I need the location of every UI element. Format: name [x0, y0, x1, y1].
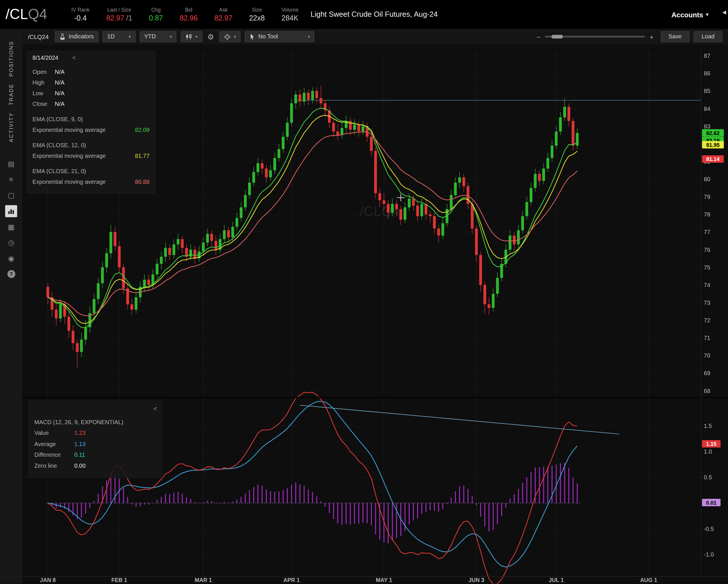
chevron-down-icon: ▾ — [196, 34, 198, 39]
macd-row: Value1.23 — [34, 428, 156, 439]
svg-text:MAY 1: MAY 1 — [376, 577, 392, 583]
indicators-button[interactable]: Indicators — [55, 31, 99, 43]
svg-text:71: 71 — [704, 335, 710, 341]
candle — [135, 297, 138, 310]
candle — [76, 343, 79, 352]
candle — [298, 95, 301, 101]
candle — [404, 208, 407, 220]
save-button[interactable]: Save — [661, 31, 690, 43]
crosshair-dropdown[interactable]: ▾ — [219, 31, 241, 43]
candle — [383, 200, 385, 204]
candle — [341, 128, 343, 135]
candle — [525, 202, 528, 216]
candle — [496, 278, 499, 294]
ohlc-row: LowN/A — [33, 88, 150, 99]
candle — [168, 248, 171, 255]
collapse-overlay-button[interactable]: < — [72, 55, 76, 61]
zoom-slider-handle[interactable] — [552, 35, 563, 39]
candle — [206, 234, 209, 243]
drawing-tool-dropdown[interactable]: No Tool ▾ — [245, 31, 314, 43]
candle — [437, 229, 440, 235]
svg-text:79: 79 — [704, 194, 710, 200]
apps-grid-icon[interactable]: ▦ — [5, 221, 17, 233]
range-dropdown[interactable]: YTD ▾ — [139, 31, 176, 43]
candle — [517, 230, 520, 244]
candle — [278, 149, 280, 158]
ema-study-value: Exponential moving average80.88 — [33, 176, 150, 188]
sidebar-tab-positions[interactable]: POSITIONS — [8, 41, 14, 77]
candle — [420, 204, 423, 216]
timeframe-value: 1D — [107, 33, 115, 40]
zoom-in-button[interactable]: + — [650, 33, 654, 41]
candle — [240, 208, 242, 218]
accounts-menu[interactable]: Accounts ▾ — [671, 10, 708, 18]
candle — [416, 206, 419, 216]
candle — [492, 294, 495, 308]
candle — [357, 124, 360, 131]
candle — [319, 98, 322, 103]
candle — [521, 216, 524, 230]
candle — [223, 230, 226, 239]
svg-text:87: 87 — [704, 53, 710, 59]
panel-divider[interactable] — [22, 397, 728, 398]
candle — [509, 235, 512, 249]
zoom-control: − + — [536, 33, 653, 41]
candle — [290, 103, 293, 123]
monitor-icon[interactable]: ▤ — [5, 158, 17, 170]
range-value: YTD — [144, 33, 156, 40]
quote-stat: Last / Size82.97 /1 — [106, 7, 132, 22]
candle — [156, 264, 158, 274]
collapse-macd-button[interactable]: < — [154, 406, 157, 412]
trade-box-icon[interactable]: ▢ — [5, 189, 17, 202]
settings-gear-icon[interactable]: ⚙ — [206, 32, 215, 41]
candle — [101, 267, 104, 283]
candle — [160, 257, 163, 264]
candle — [59, 304, 62, 319]
ema-study-value: Exponential moving average81.77 — [33, 150, 150, 162]
chart-icon[interactable] — [5, 205, 17, 217]
svg-text:0.01: 0.01 — [706, 500, 717, 506]
candle — [181, 239, 184, 248]
candle — [80, 340, 83, 352]
chart-area[interactable]: /CLQ487868584838281807978777675747372717… — [22, 45, 728, 584]
candle — [227, 230, 230, 237]
community-icon[interactable]: ◉ — [5, 252, 17, 264]
macd-row: Average1.13 — [34, 439, 156, 450]
candle — [542, 168, 545, 181]
collapse-panel-icon[interactable]: ◀ — [722, 9, 726, 15]
svg-text:JAN 8: JAN 8 — [40, 577, 56, 583]
candle — [105, 253, 108, 267]
history-clock-icon[interactable]: ◷ — [5, 237, 17, 249]
quote-stat: IV Rank-0.4 — [71, 7, 89, 22]
candle — [538, 174, 541, 181]
chart-style-dropdown[interactable]: ▾ — [181, 31, 202, 43]
timeframe-dropdown[interactable]: 1D ▾ — [102, 31, 135, 43]
candle — [147, 280, 150, 285]
candle — [479, 255, 482, 285]
ema-study-name: EMA (CLOSE, 9, 0) — [33, 114, 150, 124]
macd-trendline[interactable] — [300, 405, 619, 434]
candle — [488, 304, 490, 308]
candle — [563, 107, 566, 117]
candle — [353, 124, 356, 130]
candle — [572, 121, 574, 146]
candle — [450, 195, 452, 209]
quote-stat: Ask82.97 — [214, 7, 232, 22]
svg-text:FEB 1: FEB 1 — [111, 577, 127, 583]
ema-study-name: EMA (CLOSE, 12, 0) — [33, 140, 150, 150]
chevron-down-icon: ▾ — [234, 34, 236, 39]
candle — [428, 214, 432, 216]
orders-list-icon[interactable]: ≡ — [5, 174, 17, 186]
zoom-out-button[interactable]: − — [536, 33, 540, 41]
candlestick-icon — [185, 33, 192, 40]
load-button[interactable]: Load — [694, 31, 723, 43]
left-sidebar: POSITIONSTRADEACTIVITY ▤≡▢▦◷◉? — [0, 29, 22, 584]
candle — [513, 235, 516, 244]
help-icon[interactable]: ? — [5, 268, 17, 280]
quote-stats: IV Rank-0.4Last / Size82.97 /1Chg0.87Bid… — [47, 7, 298, 22]
candle — [55, 310, 58, 319]
sidebar-tab-activity[interactable]: ACTIVITY — [8, 112, 14, 142]
sidebar-tab-trade[interactable]: TRADE — [8, 84, 14, 106]
zoom-slider[interactable] — [545, 36, 645, 37]
candle — [466, 186, 469, 204]
